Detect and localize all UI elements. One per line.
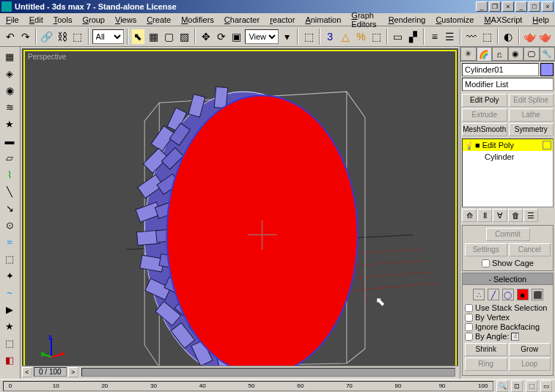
timeline-track[interactable] — [81, 368, 455, 377]
create-anim-icon[interactable]: ★ — [1, 318, 18, 334]
minimize2-button[interactable]: _ — [515, 1, 527, 12]
menu-character[interactable]: Character — [220, 15, 264, 25]
object-color-swatch[interactable] — [540, 63, 554, 76]
menu-file[interactable]: File — [1, 15, 23, 25]
configure-icon[interactable]: ☰ — [523, 209, 538, 222]
mirror-icon[interactable]: ▞ — [406, 29, 420, 45]
export-icon[interactable]: ◧ — [1, 352, 18, 368]
material-icon[interactable]: ◐ — [501, 29, 515, 45]
menu-help[interactable]: Help — [528, 15, 554, 25]
toy-car-icon[interactable]: ⬚ — [1, 251, 18, 267]
by-vertex-checkbox[interactable]: By Vertex — [465, 313, 551, 322]
extrude-button[interactable]: Extrude — [462, 108, 507, 122]
edge-subobj-icon[interactable]: ╱ — [488, 289, 499, 300]
angle-snap-icon[interactable]: △ — [339, 29, 353, 45]
ref-coord[interactable]: View — [245, 29, 279, 44]
motor-icon[interactable]: ⊙ — [1, 217, 18, 233]
layers-icon[interactable]: ☰ — [443, 29, 457, 45]
menu-customize[interactable]: Customize — [431, 15, 478, 25]
menu-group[interactable]: Group — [78, 15, 109, 25]
select-name-icon[interactable]: ▦ — [147, 29, 161, 45]
meshsmooth-button[interactable]: MeshSmooth — [462, 123, 507, 136]
restore-button[interactable]: ❐ — [489, 1, 501, 12]
deform-mesh2-icon[interactable]: ▬ — [1, 133, 18, 149]
vertex-subobj-icon[interactable]: ∴ — [473, 289, 485, 300]
modifier-list-dropdown[interactable]: Modifier List — [462, 78, 554, 91]
menu-views[interactable]: Views — [111, 15, 141, 25]
rigid-body-icon[interactable]: ▦ — [1, 48, 18, 64]
rotate-icon[interactable]: ⟳ — [214, 29, 228, 45]
edit-spline-button[interactable]: Edit Spline — [509, 94, 554, 107]
menu-maxscript[interactable]: MAXScript — [479, 15, 526, 25]
move-icon[interactable]: ✥ — [199, 29, 213, 45]
remove-mod-icon[interactable]: 🗑 — [508, 209, 523, 222]
nav-fov-icon[interactable]: ▭ — [540, 380, 552, 392]
water-icon[interactable]: ~ — [1, 284, 18, 300]
select-region-icon[interactable]: ▢ — [162, 29, 176, 45]
curve-editor-icon[interactable]: 〰 — [464, 29, 478, 45]
angle-spinner[interactable] — [511, 333, 519, 341]
align-icon[interactable]: ≡ — [427, 29, 441, 45]
menu-edit[interactable]: Edit — [25, 15, 48, 25]
snap-icon[interactable]: 3 — [323, 29, 337, 45]
nav-zoom-icon[interactable]: 🔍 — [496, 380, 508, 392]
hierarchy-tab-icon[interactable]: ⎌ — [492, 47, 508, 61]
close2-button[interactable]: × — [542, 1, 554, 12]
prev-key-icon[interactable]: < — [22, 367, 32, 377]
angular-icon[interactable]: ↘ — [1, 200, 18, 216]
grow-button[interactable]: Grow — [509, 343, 551, 356]
by-angle-checkbox[interactable]: By Angle: — [465, 332, 551, 341]
menu-tools[interactable]: Tools — [49, 15, 77, 25]
render-scene-icon[interactable]: 🫖 — [523, 29, 537, 45]
selection-filter[interactable]: All — [92, 29, 124, 44]
undo-icon[interactable]: ↶ — [3, 29, 17, 45]
utilities-tab-icon[interactable]: 🔧 — [540, 47, 556, 61]
menu-modifiers[interactable]: Modifiers — [177, 15, 218, 25]
link-icon[interactable]: 🔗 — [40, 29, 54, 45]
show-cage-checkbox[interactable]: Show Cage — [465, 259, 551, 267]
menu-reactor[interactable]: reactor — [265, 15, 299, 25]
center-icon[interactable]: ▾ — [280, 29, 294, 45]
manipulate-icon[interactable]: ⬚ — [301, 29, 315, 45]
show-result-icon[interactable]: Ⅱ — [477, 209, 492, 222]
spinner-snap-icon[interactable]: ⬚ — [370, 29, 383, 45]
cancel-button[interactable]: Cancel — [509, 243, 551, 256]
bind-icon[interactable]: ⬚ — [70, 29, 84, 45]
cloth-icon[interactable]: ◈ — [1, 65, 18, 81]
close-button[interactable]: × — [502, 1, 514, 12]
menu-rendering[interactable]: Rendering — [384, 15, 430, 25]
soft-body-icon[interactable]: ◉ — [1, 82, 18, 98]
menu-grapheditors[interactable]: Graph Editors — [347, 10, 382, 29]
plane-icon[interactable]: ▱ — [1, 149, 18, 166]
viewport-perspective[interactable]: Perspective — [23, 50, 457, 376]
settings-button[interactable]: Settings — [465, 243, 507, 256]
commit-button[interactable]: Commit — [486, 228, 530, 241]
display-tab-icon[interactable]: 🖵 — [523, 47, 540, 61]
next-key-icon[interactable]: > — [68, 367, 78, 377]
edit-poly-button[interactable]: Edit Poly — [462, 94, 507, 107]
frame-ruler[interactable]: 0 10 20 30 40 50 60 70 80 90 100 — [3, 381, 493, 391]
preview-icon[interactable]: ▶ — [1, 301, 18, 317]
time-slider[interactable]: < 0 / 100 > — [22, 366, 458, 377]
shrink-button[interactable]: Shrink — [465, 343, 507, 356]
pin-icon[interactable] — [543, 141, 551, 149]
rope-icon[interactable]: ≋ — [1, 99, 18, 115]
minimize-button[interactable]: _ — [476, 1, 488, 12]
border-subobj-icon[interactable]: ◯ — [502, 289, 514, 300]
ring-button[interactable]: Ring — [465, 358, 507, 371]
ignore-backfacing-checkbox[interactable]: Ignore Backfacing — [465, 322, 551, 331]
selection-rollout-header[interactable]: - Selection — [463, 273, 553, 285]
modifier-stack[interactable]: 💡 ■ Edit Poly Cylinder — [462, 138, 554, 207]
named-sel-icon[interactable]: ▭ — [391, 29, 405, 45]
make-unique-icon[interactable]: ∀ — [493, 209, 507, 222]
polygon-subobj-icon[interactable]: ■ — [517, 289, 529, 300]
menu-create[interactable]: Create — [142, 15, 175, 25]
element-subobj-icon[interactable]: ⬛ — [532, 289, 543, 300]
loop-button[interactable]: Loop — [509, 358, 551, 371]
linear-icon[interactable]: ╲ — [1, 183, 18, 199]
spring-icon[interactable]: ⌇ — [1, 166, 18, 182]
scale-icon[interactable]: ▣ — [229, 29, 243, 45]
schematic-icon[interactable]: ⬚ — [480, 29, 494, 45]
motion-tab-icon[interactable]: ◉ — [508, 47, 524, 61]
create-tab-icon[interactable]: ✳ — [460, 47, 477, 61]
